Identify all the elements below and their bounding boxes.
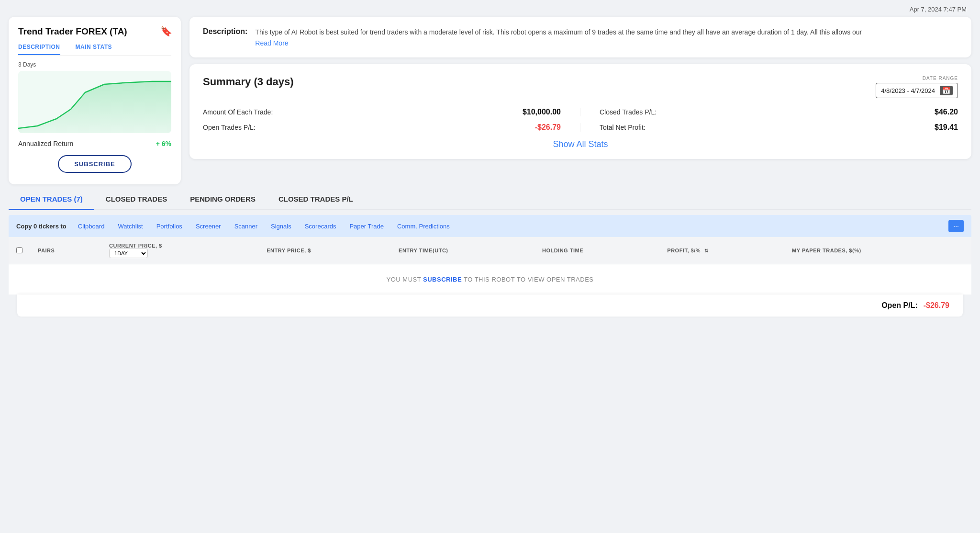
stat-value-amount: $10,000.00 (523, 108, 561, 116)
stat-row-closed-pl: Closed Trades P/L: $46.20 (580, 108, 958, 116)
copy-bar: Copy 0 tickers to Clipboard Watchlist Po… (9, 215, 971, 237)
tab-closed-trades-pl[interactable]: CLOSED TRADES P/L (267, 189, 365, 210)
copy-more-button[interactable]: ··· (948, 220, 964, 232)
date-range-group: DATE RANGE 4/8/2023 - 4/7/2024 📅 (876, 76, 958, 98)
subscribe-message: YOU MUST SUBSCRIBE TO THIS ROBOT TO VIEW… (9, 264, 971, 295)
open-pl-value: -$26.79 (924, 301, 949, 310)
header-entry-price: ENTRY PRICE, $ (259, 237, 391, 264)
copy-paper-trade[interactable]: Paper Trade (349, 223, 384, 230)
header-paper-trades: MY PAPER TRADES, $(%) (784, 237, 971, 264)
table-header-row: PAIRS CURRENT PRICE, $ 1DAY 1WEEK 1MONTH… (9, 237, 971, 264)
summary-title: Summary (3 days) (203, 76, 294, 88)
copy-clipboard[interactable]: Clipboard (78, 223, 105, 230)
stat-label-closed-pl: Closed Trades P/L: (600, 108, 657, 116)
annualized-value: + 6% (156, 140, 171, 147)
stat-label-open-pl: Open Trades P/L: (203, 124, 256, 131)
bookmark-icon[interactable]: 🔖 (160, 25, 172, 37)
header-profit: PROFIT, $/% ⇅ (659, 237, 784, 264)
tab-description[interactable]: DESCRIPTION (18, 44, 60, 55)
calendar-icon[interactable]: 📅 (940, 86, 953, 95)
subscribe-button[interactable]: SUBSCRIBE (58, 155, 132, 173)
copy-bar-links: Clipboard Watchlist Portfolios Screener … (78, 223, 949, 230)
subscribe-link[interactable]: SUBSCRIBE (423, 276, 462, 283)
stat-value-net-profit: $19.41 (935, 123, 958, 132)
mini-chart (18, 71, 171, 133)
show-all-stats-link[interactable]: Show All Stats (203, 139, 958, 149)
header-current-price: CURRENT PRICE, $ 1DAY 1WEEK 1MONTH (101, 237, 259, 264)
datetime-label: Apr 7, 2024 7:47 PM (910, 6, 967, 13)
right-panel: Description: This type of AI Robot is be… (189, 17, 971, 184)
tab-main-stats[interactable]: MAIN STATS (76, 44, 112, 55)
trades-tabs: OPEN TRADES (7) CLOSED TRADES PENDING OR… (9, 189, 971, 210)
header-checkbox (9, 237, 30, 264)
summary-card: Summary (3 days) DATE RANGE 4/8/2023 - 4… (189, 64, 971, 159)
open-pl-bar: Open P/L: -$26.79 (17, 295, 963, 317)
stat-row-net-profit: Total Net Profit: $19.41 (580, 123, 958, 132)
left-tabs: DESCRIPTION MAIN STATS (18, 44, 171, 56)
stat-value-open-pl: -$26.79 (535, 123, 561, 132)
header-holding-time: HOLDING TIME (535, 237, 659, 264)
copy-comm-predictions[interactable]: Comm. Predictions (397, 223, 450, 230)
stat-label-amount: Amount Of Each Trade: (203, 108, 273, 116)
days-label: 3 Days (18, 61, 171, 68)
tab-open-trades[interactable]: OPEN TRADES (7) (9, 189, 94, 210)
description-text: This type of AI Robot is best suited for… (255, 28, 862, 36)
left-card: Trend Trader FOREX (TA) 🔖 DESCRIPTION MA… (9, 17, 181, 184)
read-more-link[interactable]: Read More (255, 39, 862, 47)
date-range-label: DATE RANGE (876, 76, 958, 81)
header-entry-time: ENTRY TIME(UTC) (391, 237, 535, 264)
copy-signals[interactable]: Signals (271, 223, 291, 230)
copy-scanner[interactable]: Scanner (234, 223, 257, 230)
stats-grid: Amount Of Each Trade: $10,000.00 Closed … (203, 108, 958, 132)
subscribe-message-row: YOU MUST SUBSCRIBE TO THIS ROBOT TO VIEW… (9, 264, 971, 295)
tab-pending-orders[interactable]: PENDING ORDERS (178, 189, 267, 210)
annualized-label: Annualized Return (18, 140, 73, 147)
sort-icon-profit[interactable]: ⇅ (704, 248, 709, 253)
date-range-input[interactable]: 4/8/2023 - 4/7/2024 📅 (876, 83, 958, 98)
select-all-checkbox[interactable] (16, 247, 22, 253)
tab-closed-trades[interactable]: CLOSED TRADES (94, 189, 178, 210)
stat-row-open-pl: Open Trades P/L: -$26.79 (203, 123, 580, 132)
header-pairs: PAIRS (30, 237, 101, 264)
copy-watchlist[interactable]: Watchlist (118, 223, 143, 230)
open-pl-label: Open P/L: (881, 301, 918, 310)
description-card: Description: This type of AI Robot is be… (189, 17, 971, 57)
description-label: Description: (203, 27, 247, 36)
stat-value-closed-pl: $46.20 (935, 108, 958, 116)
robot-title: Trend Trader FOREX (TA) (18, 26, 127, 36)
copy-scorecards[interactable]: Scorecards (305, 223, 336, 230)
trades-section: OPEN TRADES (7) CLOSED TRADES PENDING OR… (0, 189, 980, 317)
stat-row-amount: Amount Of Each Trade: $10,000.00 (203, 108, 580, 116)
date-range-value: 4/8/2023 - 4/7/2024 (881, 87, 935, 94)
trades-table: PAIRS CURRENT PRICE, $ 1DAY 1WEEK 1MONTH… (9, 237, 971, 295)
period-select[interactable]: 1DAY 1WEEK 1MONTH (109, 249, 148, 258)
copy-screener[interactable]: Screener (196, 223, 221, 230)
stat-label-net-profit: Total Net Profit: (600, 124, 646, 131)
copy-portfolios[interactable]: Portfolios (156, 223, 182, 230)
copy-label: Copy 0 tickers to (16, 223, 67, 230)
